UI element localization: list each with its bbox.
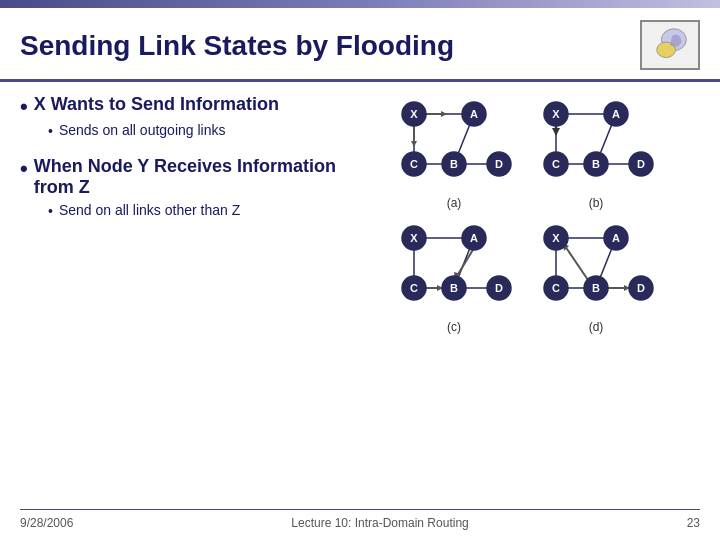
diagram-c: X A C B D (c) (389, 218, 519, 334)
svg-text:X: X (552, 108, 560, 120)
bullet-1-sub-dot: • (48, 124, 53, 138)
bullet-2-main: • When Node Y Receives Information from … (20, 156, 340, 198)
bullet-1-sub: • Sends on all outgoing links (48, 122, 340, 138)
svg-text:D: D (637, 158, 645, 170)
logo-icon (650, 28, 690, 63)
svg-line-62 (565, 246, 588, 280)
diagram-d: X A C B D (d) (531, 218, 661, 334)
svg-text:B: B (592, 282, 600, 294)
bullet-2-sub: • Send on all links other than Z (48, 202, 340, 218)
diagram-a-label: (a) (447, 196, 462, 210)
svg-text:D: D (495, 158, 503, 170)
bullet-2-sub-dot: • (48, 204, 53, 218)
title-area: Sending Link States by Flooding (0, 8, 720, 82)
svg-text:C: C (410, 158, 418, 170)
diagram-d-label: (d) (589, 320, 604, 334)
svg-text:A: A (612, 232, 620, 244)
footer-lecture: Lecture 10: Intra-Domain Routing (291, 516, 468, 530)
diagram-c-label: (c) (447, 320, 461, 334)
diagram-b-svg: X A C B D (531, 94, 661, 194)
bullet-1-dot: • (20, 96, 28, 118)
bullet-1-text: X Wants to Send Information (34, 94, 279, 115)
bullet-1-sub-text: Sends on all outgoing links (59, 122, 226, 138)
diagram-a: X A C B D (a) (389, 94, 519, 210)
bullet-1-main: • X Wants to Send Information (20, 94, 340, 118)
svg-text:X: X (410, 108, 418, 120)
right-diagrams: X A C B D (a) (350, 94, 700, 334)
svg-text:D: D (637, 282, 645, 294)
logo-box (640, 20, 700, 70)
diagrams-row-1: X A C B D (a) (350, 94, 700, 210)
diagrams-row-2: X A C B D (c) (350, 218, 700, 334)
svg-text:D: D (495, 282, 503, 294)
footer-date: 9/28/2006 (20, 516, 73, 530)
bullet-2-text: When Node Y Receives Information from Z (34, 156, 340, 198)
diagram-c-svg: X A C B D (389, 218, 519, 318)
svg-text:A: A (470, 108, 478, 120)
bullet-2-sub-text: Send on all links other than Z (59, 202, 240, 218)
left-panel: • X Wants to Send Information • Sends on… (20, 94, 340, 334)
svg-text:B: B (450, 158, 458, 170)
svg-line-43 (457, 248, 474, 276)
svg-text:C: C (410, 282, 418, 294)
svg-marker-10 (411, 141, 417, 147)
bullet-2-dot: • (20, 158, 28, 180)
logo-area (630, 18, 700, 73)
diagram-d-svg: X A C B D (531, 218, 661, 318)
footer-page: 23 (687, 516, 700, 530)
svg-text:A: A (612, 108, 620, 120)
svg-text:C: C (552, 282, 560, 294)
svg-marker-27 (552, 128, 560, 136)
svg-text:A: A (470, 232, 478, 244)
diagram-b: X A C B D (b) (531, 94, 661, 210)
svg-text:X: X (410, 232, 418, 244)
diagram-b-label: (b) (589, 196, 604, 210)
footer: 9/28/2006 Lecture 10: Intra-Domain Routi… (20, 509, 700, 530)
svg-marker-8 (441, 111, 447, 117)
svg-text:B: B (592, 158, 600, 170)
svg-text:C: C (552, 158, 560, 170)
diagram-a-svg: X A C B D (389, 94, 519, 194)
svg-text:X: X (552, 232, 560, 244)
page-title: Sending Link States by Flooding (20, 30, 454, 62)
main-content: • X Wants to Send Information • Sends on… (0, 82, 720, 342)
top-accent-bar (0, 0, 720, 8)
svg-text:B: B (450, 282, 458, 294)
